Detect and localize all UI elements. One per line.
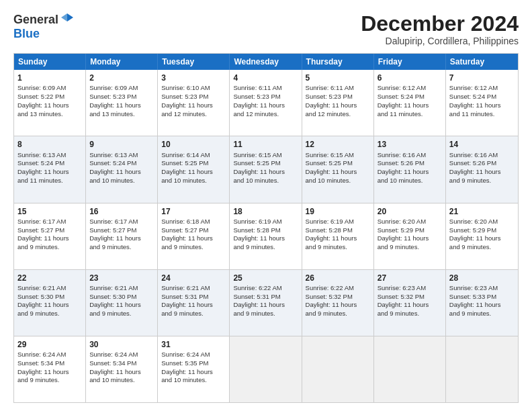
- day-info-line: Sunrise: 6:16 AM: [449, 151, 515, 160]
- day-info-line: Sunrise: 6:21 AM: [89, 284, 154, 293]
- day-number: 11: [233, 139, 298, 150]
- calendar-day-22: 22Sunrise: 6:21 AMSunset: 5:30 PMDayligh…: [14, 270, 86, 336]
- logo-blue: Blue: [13, 27, 40, 40]
- day-info-line: Sunset: 5:23 PM: [306, 93, 370, 101]
- day-info-line: Sunset: 5:32 PM: [378, 293, 442, 302]
- day-number: 23: [89, 273, 154, 283]
- day-number: 6: [378, 73, 442, 83]
- day-info-line: Sunset: 5:23 PM: [89, 93, 154, 101]
- day-info-line: Sunset: 5:23 PM: [161, 93, 226, 101]
- day-info-line: and 10 minutes.: [161, 376, 226, 385]
- day-number: 26: [306, 273, 370, 283]
- day-info-line: and 10 minutes.: [89, 177, 154, 185]
- day-number: 25: [233, 273, 298, 283]
- day-info-line: and 10 minutes.: [233, 177, 298, 185]
- calendar-week-3: 15Sunrise: 6:17 AMSunset: 5:27 PMDayligh…: [14, 203, 518, 269]
- day-number: 7: [449, 73, 515, 83]
- day-number: 3: [161, 73, 226, 83]
- header-day-saturday: Saturday: [446, 54, 518, 70]
- day-number: 28: [449, 273, 515, 283]
- day-info-line: and 11 minutes.: [449, 110, 515, 119]
- day-info-line: Sunset: 5:24 PM: [17, 159, 82, 168]
- calendar-day-21: 21Sunrise: 6:20 AMSunset: 5:29 PMDayligh…: [446, 203, 518, 269]
- day-info-line: Sunset: 5:30 PM: [89, 293, 154, 302]
- day-info-line: Sunrise: 6:17 AM: [89, 218, 154, 226]
- day-info-line: Daylight: 11 hours: [89, 234, 154, 243]
- day-info-line: Sunrise: 6:19 AM: [233, 218, 298, 226]
- calendar-day-29: 29Sunrise: 6:24 AMSunset: 5:34 PMDayligh…: [14, 336, 86, 402]
- day-info-line: and 9 minutes.: [449, 243, 515, 252]
- page-header: General Blue December 2024 Dalupirip, Co…: [13, 12, 519, 46]
- header-day-friday: Friday: [374, 54, 446, 70]
- day-info-line: Daylight: 11 hours: [449, 168, 515, 177]
- day-number: 27: [378, 273, 442, 283]
- day-info-line: Sunrise: 6:19 AM: [306, 218, 370, 226]
- calendar-day-26: 26Sunrise: 6:22 AMSunset: 5:32 PMDayligh…: [302, 270, 374, 336]
- calendar-day-23: 23Sunrise: 6:21 AMSunset: 5:30 PMDayligh…: [86, 270, 158, 336]
- day-number: 2: [89, 73, 154, 83]
- day-info-line: Sunrise: 6:24 AM: [161, 351, 226, 359]
- calendar-day-10: 10Sunrise: 6:14 AMSunset: 5:25 PMDayligh…: [158, 136, 230, 202]
- calendar-day-18: 18Sunrise: 6:19 AMSunset: 5:28 PMDayligh…: [230, 203, 302, 269]
- day-number: 19: [306, 206, 370, 217]
- calendar-day-15: 15Sunrise: 6:17 AMSunset: 5:27 PMDayligh…: [14, 203, 86, 269]
- day-info-line: and 9 minutes.: [378, 243, 442, 252]
- day-info-line: Sunset: 5:35 PM: [161, 359, 226, 368]
- day-info-line: Daylight: 11 hours: [17, 301, 82, 310]
- calendar-day-19: 19Sunrise: 6:19 AMSunset: 5:28 PMDayligh…: [302, 203, 374, 269]
- day-info-line: Sunrise: 6:15 AM: [233, 151, 298, 160]
- calendar-week-1: 1Sunrise: 6:09 AMSunset: 5:22 PMDaylight…: [14, 70, 518, 136]
- day-info-line: Sunrise: 6:11 AM: [233, 84, 298, 93]
- header-day-sunday: Sunday: [14, 54, 86, 70]
- day-number: 10: [161, 139, 226, 150]
- day-info-line: and 9 minutes.: [233, 243, 298, 252]
- calendar-header: SundayMondayTuesdayWednesdayThursdayFrid…: [14, 54, 518, 70]
- calendar-day-5: 5Sunrise: 6:11 AMSunset: 5:23 PMDaylight…: [302, 70, 374, 136]
- day-info-line: Sunrise: 6:23 AM: [378, 284, 442, 293]
- calendar-day-28: 28Sunrise: 6:23 AMSunset: 5:33 PMDayligh…: [446, 270, 518, 336]
- day-info-line: Sunset: 5:30 PM: [17, 293, 82, 302]
- day-info-line: Sunrise: 6:09 AM: [89, 84, 154, 93]
- day-info-line: and 10 minutes.: [306, 177, 370, 185]
- day-number: 31: [161, 339, 226, 350]
- day-info-line: Sunrise: 6:20 AM: [449, 218, 515, 226]
- day-info-line: Daylight: 11 hours: [449, 101, 515, 110]
- day-info-line: Sunrise: 6:13 AM: [89, 151, 154, 160]
- day-info-line: Sunset: 5:24 PM: [449, 93, 515, 101]
- day-info-line: Sunrise: 6:12 AM: [449, 84, 515, 93]
- day-info-line: Daylight: 11 hours: [17, 168, 82, 177]
- day-info-line: Daylight: 11 hours: [378, 168, 442, 177]
- day-info-line: and 10 minutes.: [378, 177, 442, 185]
- day-info-line: Daylight: 11 hours: [161, 368, 226, 377]
- day-info-line: and 9 minutes.: [17, 243, 82, 252]
- day-info-line: Sunset: 5:25 PM: [233, 159, 298, 168]
- day-info-line: Sunrise: 6:09 AM: [17, 84, 82, 93]
- calendar-day-24: 24Sunrise: 6:21 AMSunset: 5:31 PMDayligh…: [158, 270, 230, 336]
- day-info-line: Sunset: 5:25 PM: [306, 159, 370, 168]
- day-info-line: Sunrise: 6:10 AM: [161, 84, 226, 93]
- day-info-line: Sunset: 5:34 PM: [89, 359, 154, 368]
- calendar-day-13: 13Sunrise: 6:16 AMSunset: 5:26 PMDayligh…: [374, 136, 446, 202]
- day-info-line: Daylight: 11 hours: [306, 234, 370, 243]
- day-info-line: Sunset: 5:32 PM: [306, 293, 370, 302]
- day-number: 21: [449, 206, 515, 217]
- day-info-line: and 9 minutes.: [233, 310, 298, 318]
- calendar-empty-cell: [374, 336, 446, 402]
- day-info-line: and 11 minutes.: [378, 110, 442, 119]
- header-day-tuesday: Tuesday: [158, 54, 230, 70]
- calendar-day-30: 30Sunrise: 6:24 AMSunset: 5:34 PMDayligh…: [86, 336, 158, 402]
- day-number: 18: [233, 206, 298, 217]
- calendar-day-7: 7Sunrise: 6:12 AMSunset: 5:24 PMDaylight…: [446, 70, 518, 136]
- day-number: 13: [378, 139, 442, 150]
- calendar-day-9: 9Sunrise: 6:13 AMSunset: 5:24 PMDaylight…: [86, 136, 158, 202]
- calendar: SundayMondayTuesdayWednesdayThursdayFrid…: [13, 53, 519, 403]
- calendar-day-8: 8Sunrise: 6:13 AMSunset: 5:24 PMDaylight…: [14, 136, 86, 202]
- day-number: 16: [89, 206, 154, 217]
- day-info-line: Daylight: 11 hours: [233, 101, 298, 110]
- day-info-line: Sunrise: 6:21 AM: [17, 284, 82, 293]
- calendar-day-4: 4Sunrise: 6:11 AMSunset: 5:23 PMDaylight…: [230, 70, 302, 136]
- day-info-line: Sunset: 5:28 PM: [233, 226, 298, 235]
- day-number: 22: [17, 273, 82, 283]
- calendar-day-2: 2Sunrise: 6:09 AMSunset: 5:23 PMDaylight…: [86, 70, 158, 136]
- day-info-line: Sunset: 5:31 PM: [161, 293, 226, 302]
